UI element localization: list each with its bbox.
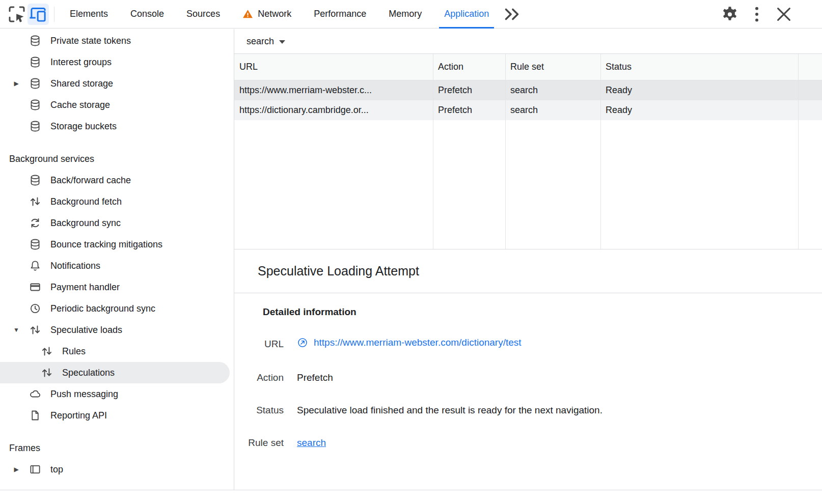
sidebar-item-payment-handler[interactable]: Payment handler [0, 276, 234, 298]
detail-value: Prefetch [297, 372, 333, 383]
sidebar-item-label: Speculations [62, 368, 115, 378]
detail-label: Action [234, 372, 284, 383]
detail-ruleset-link[interactable]: search [297, 437, 326, 448]
panel-tabs: ElementsConsoleSourcesNetworkPerformance… [59, 0, 500, 29]
sidebar-item-rules[interactable]: Rules [0, 341, 234, 362]
detail-url-value: https://www.merriam-webster.com/dictiona… [297, 337, 522, 348]
sidebar-item-background-sync[interactable]: Background sync [0, 212, 234, 234]
sidebar-item-push-messaging[interactable]: Push messaging [0, 383, 234, 405]
sidebar-item-back-forward-cache[interactable]: Back/forward cache [0, 170, 234, 191]
cell-rule-set: search [505, 85, 600, 96]
cell-url: https://dictionary.cambridge.or... [234, 105, 433, 116]
sidebar-item-cache-storage[interactable]: Cache storage [0, 94, 234, 116]
table-row[interactable]: https://dictionary.cambridge.or...Prefet… [234, 100, 822, 120]
sidebar-item-label: Shared storage [50, 78, 113, 89]
detail-value: Speculative load finished and the result… [297, 405, 602, 415]
detail-label: URL [234, 339, 284, 350]
close-icon [773, 4, 794, 25]
sidebar-item-notifications[interactable]: Notifications [0, 255, 234, 276]
cell-rule-set: search [505, 105, 600, 116]
sidebar-item-background-fetch[interactable]: Background fetch [0, 191, 234, 212]
tab-performance[interactable]: Performance [303, 0, 377, 29]
database-icon [29, 238, 41, 250]
tab-label: Console [130, 9, 164, 19]
database-icon [29, 174, 41, 186]
sidebar-item-private-state-tokens[interactable]: Private state tokens [0, 30, 234, 51]
tab-elements[interactable]: Elements [59, 0, 119, 29]
chevron-right-icon[interactable]: ▶ [11, 80, 21, 87]
detail-row-rule-set: Rule setsearch [234, 437, 822, 449]
database-icon [29, 120, 41, 132]
sidebar-item-label: Rules [62, 346, 86, 357]
customize-menu-button[interactable] [746, 4, 768, 25]
cell-url: https://www.merriam-webster.c... [234, 85, 433, 96]
tab-label: Memory [389, 9, 422, 19]
file-icon [29, 409, 41, 422]
sidebar-item-label: Push messaging [50, 389, 118, 400]
devtools-window: ElementsConsoleSourcesNetworkPerformance… [0, 0, 822, 504]
tab-label: Performance [314, 9, 366, 19]
sidebar-item-label: top [50, 464, 63, 475]
sidebar-item-shared-storage[interactable]: ▶Shared storage [0, 73, 234, 94]
chevron-right-icon[interactable]: ▶ [11, 466, 21, 472]
sidebar-item-label: Storage buckets [50, 121, 117, 132]
tab-label: Sources [186, 9, 220, 19]
column-header-status[interactable]: Status [600, 62, 798, 72]
inspect-element-button[interactable] [6, 4, 28, 25]
sidebar-item-label: Periodic background sync [50, 303, 155, 314]
chevron-down-icon[interactable]: ▼ [11, 327, 21, 333]
column-header-url[interactable]: URL [234, 62, 433, 72]
attempt-title: Speculative Loading Attempt [258, 264, 419, 278]
sidebar-item-speculations[interactable]: Speculations [0, 362, 230, 383]
table-body: https://www.merriam-webster.c...Prefetch… [234, 80, 822, 120]
column-header-action[interactable]: Action [433, 62, 505, 72]
devtools-toolbar: ElementsConsoleSourcesNetworkPerformance… [0, 0, 822, 29]
table-header: URLActionRule setStatus [234, 54, 822, 80]
cell-status: Ready [600, 105, 798, 116]
bottom-divider [0, 490, 822, 504]
settings-button[interactable] [719, 4, 741, 25]
sidebar-item-top[interactable]: ▶top [0, 459, 234, 480]
filter-bar: search [234, 29, 822, 53]
toolbar-divider [54, 7, 54, 22]
tab-label: Elements [70, 9, 108, 19]
detail-label: Status [234, 405, 284, 416]
cell-action: Prefetch [433, 105, 505, 116]
sidebar-item-label: Reporting API [50, 410, 107, 421]
attempt-section-header: Speculative Loading Attempt [234, 249, 822, 293]
tab-application[interactable]: Application [433, 0, 500, 29]
detail-url-link[interactable]: https://www.merriam-webster.com/dictiona… [314, 337, 522, 348]
updown-arrows-icon [41, 367, 53, 379]
bell-icon [29, 260, 41, 272]
updown-arrows-icon [29, 195, 41, 208]
sidebar-item-reporting-api[interactable]: Reporting API [0, 405, 234, 426]
table-row[interactable]: https://www.merriam-webster.c...Prefetch… [234, 80, 822, 100]
more-tabs-button[interactable] [500, 0, 524, 29]
sidebar-item-storage-buckets[interactable]: Storage buckets [0, 116, 234, 137]
gear-icon [719, 4, 741, 25]
sidebar-section-background-services: Background services [0, 148, 234, 170]
sidebar-item-interest-groups[interactable]: Interest groups [0, 51, 234, 73]
tab-console[interactable]: Console [119, 0, 175, 29]
sidebar-item-bounce-tracking-mitigations[interactable]: Bounce tracking mitigations [0, 234, 234, 255]
detail-row-url: URLhttps://www.merriam-webster.com/dicti… [234, 337, 822, 351]
tab-sources[interactable]: Sources [175, 0, 231, 29]
sidebar-item-label: Bounce tracking mitigations [50, 239, 162, 250]
toggle-device-toolbar-button[interactable] [28, 4, 49, 25]
sidebar-item-periodic-background-sync[interactable]: Periodic background sync [0, 298, 234, 319]
detail-label: Rule set [234, 437, 284, 449]
tab-memory[interactable]: Memory [377, 0, 433, 29]
speculations-table: URLActionRule setStatus https://www.merr… [234, 53, 822, 249]
frame-icon [29, 463, 41, 475]
filter-label: search [246, 36, 274, 47]
ruleset-filter-dropdown[interactable]: search [246, 36, 285, 47]
sidebar-item-label: Private state tokens [50, 36, 131, 46]
column-header-rule-set[interactable]: Rule set [505, 62, 600, 72]
close-devtools-button[interactable] [773, 4, 794, 25]
tab-network[interactable]: Network [231, 0, 303, 29]
cell-action: Prefetch [433, 85, 505, 96]
warning-icon [242, 9, 253, 19]
sidebar-item-speculative-loads[interactable]: ▼Speculative loads [0, 319, 234, 341]
detail-row-action: ActionPrefetch [234, 372, 822, 383]
device-toolbar-icon [28, 4, 49, 25]
